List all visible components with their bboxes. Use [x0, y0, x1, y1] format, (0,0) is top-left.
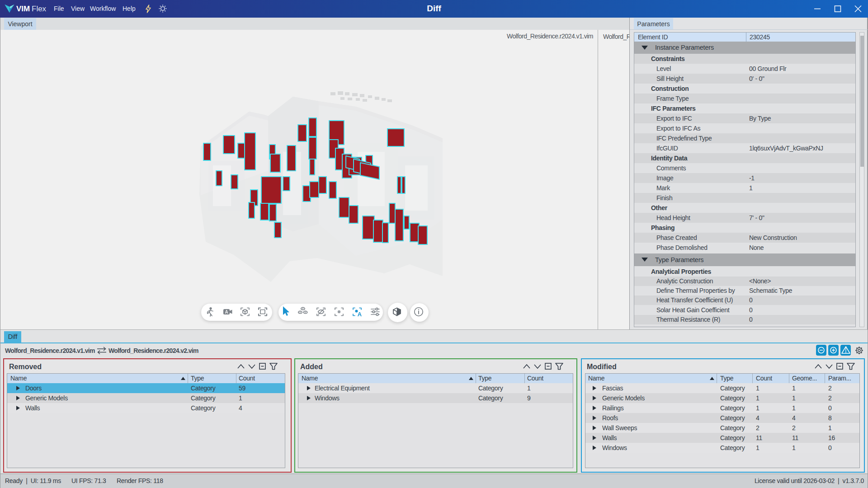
svg-text:A: A [225, 310, 228, 314]
svg-text:A: A [358, 311, 362, 318]
